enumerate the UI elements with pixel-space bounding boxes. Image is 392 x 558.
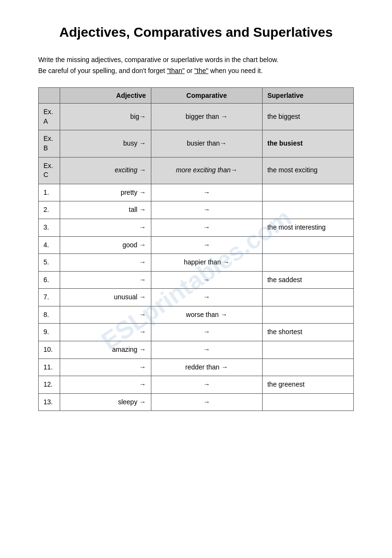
table-row: 9.→→the shortest: [39, 324, 354, 341]
example-label: Ex.B: [39, 130, 60, 157]
row-comparative: →: [151, 289, 262, 306]
example-label: Ex.A: [39, 104, 60, 130]
row-adjective: →: [60, 324, 151, 341]
row-comparative: →: [151, 236, 262, 254]
example-adjective: busy →: [60, 130, 151, 157]
row-number: 2.: [39, 201, 60, 219]
header-superlative: Superlative: [262, 88, 353, 104]
row-superlative: the greenest: [262, 376, 353, 394]
row-superlative: [262, 393, 353, 411]
row-superlative: [262, 358, 353, 376]
example-comparative: more exciting than→: [151, 157, 262, 184]
row-adjective: →: [60, 254, 151, 272]
row-superlative: the saddest: [262, 271, 353, 289]
row-number: 5.: [39, 254, 60, 272]
instruction-or: or: [185, 67, 194, 74]
row-adjective: sleepy →: [60, 393, 151, 411]
example-row: Ex.Bbusy →busier than→the busiest: [39, 130, 354, 157]
row-comparative: →: [151, 271, 262, 289]
instruction-line1b: chart below.: [243, 56, 278, 63]
row-superlative: [262, 341, 353, 359]
header-adjective: Adjective: [60, 88, 151, 104]
row-adjective: →: [60, 376, 151, 394]
row-superlative: [262, 236, 353, 254]
table-header-row: Adjective Comparative Superlative: [39, 88, 354, 104]
table-row: 4.good →→: [39, 236, 354, 254]
row-adjective: tall →: [60, 201, 151, 219]
table-row: 12.→→the greenest: [39, 376, 354, 394]
example-adjective: big→: [60, 104, 151, 130]
row-number: 1.: [39, 184, 60, 201]
row-superlative: [262, 289, 353, 306]
example-adjective: exciting →: [60, 157, 151, 184]
instruction-than: "than": [167, 67, 185, 74]
table-row: 8.→worse than →: [39, 306, 354, 324]
row-superlative: [262, 306, 353, 324]
row-superlative: the shortest: [262, 324, 353, 341]
row-adjective: →: [60, 358, 151, 376]
table-row: 6.→→the saddest: [39, 271, 354, 289]
example-row: Ex.Abig→bigger than →the biggest: [39, 104, 354, 130]
table-row: 2.tall →→: [39, 201, 354, 219]
row-superlative: [262, 184, 353, 201]
row-comparative: →: [151, 324, 262, 341]
row-comparative: →: [151, 184, 262, 201]
example-superlative: the most exciting: [262, 157, 353, 184]
example-comparative: busier than→: [151, 130, 262, 157]
instruction-line1: Write the missing adjectives, comparativ…: [38, 56, 241, 63]
row-number: 9.: [39, 324, 60, 341]
header-comparative: Comparative: [151, 88, 262, 104]
worksheet-page: ESLprintables.com Adjectives, Comparativ…: [0, 0, 392, 558]
row-adjective: amazing →: [60, 341, 151, 359]
row-comparative: →: [151, 219, 262, 236]
instruction-the: "the": [194, 67, 208, 74]
row-comparative: →: [151, 393, 262, 411]
row-comparative: worse than →: [151, 306, 262, 324]
adjectives-table: Adjective Comparative Superlative Ex.Abi…: [38, 87, 354, 411]
example-label: Ex.C: [39, 157, 60, 184]
instructions: Write the missing adjectives, comparativ…: [38, 54, 354, 76]
row-adjective: pretty →: [60, 184, 151, 201]
page-title: Adjectives, Comparatives and Superlative…: [38, 24, 354, 41]
row-number: 3.: [39, 219, 60, 236]
example-superlative: the biggest: [262, 104, 353, 130]
row-number: 7.: [39, 289, 60, 306]
row-adjective: unusual →: [60, 289, 151, 306]
row-number: 4.: [39, 236, 60, 254]
row-adjective: →: [60, 306, 151, 324]
example-comparative: bigger than →: [151, 104, 262, 130]
row-comparative: →: [151, 201, 262, 219]
row-adjective: →: [60, 219, 151, 236]
row-adjective: good →: [60, 236, 151, 254]
row-number: 8.: [39, 306, 60, 324]
row-adjective: →: [60, 271, 151, 289]
header-empty: [39, 88, 60, 104]
instruction-line3: Be careful of your spelling, and don't f…: [38, 67, 167, 74]
row-number: 11.: [39, 358, 60, 376]
row-comparative: →: [151, 376, 262, 394]
table-row: 5.→happier than →: [39, 254, 354, 272]
table-row: 1.pretty →→: [39, 184, 354, 201]
table-row: 11.→redder than →: [39, 358, 354, 376]
row-number: 10.: [39, 341, 60, 359]
row-number: 6.: [39, 271, 60, 289]
row-superlative: [262, 201, 353, 219]
table-row: 13.sleepy →→: [39, 393, 354, 411]
row-number: 13.: [39, 393, 60, 411]
instruction-line4: when you need it.: [208, 67, 263, 74]
row-number: 12.: [39, 376, 60, 394]
row-superlative: [262, 254, 353, 272]
example-superlative: the busiest: [262, 130, 353, 157]
table-row: 7.unusual →→: [39, 289, 354, 306]
row-comparative: →: [151, 341, 262, 359]
table-row: 10.amazing →→: [39, 341, 354, 359]
example-row: Ex.Cexciting →more exciting than→the mos…: [39, 157, 354, 184]
row-comparative: redder than →: [151, 358, 262, 376]
row-comparative: happier than →: [151, 254, 262, 272]
table-row: 3.→→the most interesting: [39, 219, 354, 236]
row-superlative: the most interesting: [262, 219, 353, 236]
